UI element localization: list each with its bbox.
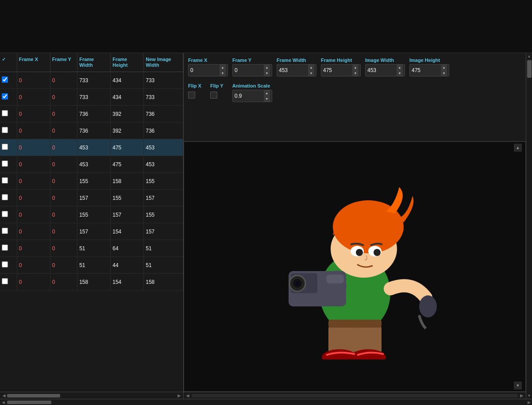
table-row[interactable]: 00733434733 [0,89,183,106]
bottom-scroll-left[interactable]: ◀ [0,399,6,405]
frame-height-up[interactable] [352,65,359,70]
frame-height-input[interactable] [323,67,350,73]
flip-y-checkbox[interactable] [210,92,217,99]
bottom-scroll-right[interactable]: ▶ [526,399,532,405]
row-checkbox[interactable] [2,160,8,167]
scroll-right-arrow[interactable]: ▶ [176,393,182,398]
frame-height-spinners [352,65,359,76]
table-row[interactable]: 00157154157 [0,223,183,240]
row-checkbox-cell[interactable] [0,122,17,139]
frame-x-down[interactable] [220,70,226,76]
flip-x-checkbox[interactable] [188,92,195,99]
table-row[interactable]: 00453475453 [0,156,183,173]
animation-scale-input[interactable] [235,93,261,99]
row-new_image_width: 157 [144,190,183,206]
table-scroll[interactable]: ✓ Frame X Frame Y Frame Width Frame Heig… [0,53,183,392]
v-scroll-up-arrow[interactable]: ▲ [527,54,531,58]
row-checkbox-cell[interactable] [0,223,17,240]
table-row[interactable]: 00736392736 [0,122,183,139]
row-checkbox[interactable] [2,211,8,217]
image-width-up[interactable] [397,65,403,70]
image-width-group: Image Width [365,57,405,76]
h-scroll-thumb[interactable] [7,394,60,397]
table-h-scrollbar[interactable]: ◀ ▶ [0,392,183,399]
animation-scale-up[interactable] [264,90,270,96]
frame-width-input[interactable] [279,67,305,73]
table-row[interactable]: 00736392736 [0,106,183,122]
row-checkbox-cell[interactable] [0,72,17,89]
table-row[interactable]: 00733434733 [0,72,183,89]
table-row[interactable]: 00157155157 [0,190,183,206]
scroll-left-arrow[interactable]: ◀ [1,393,7,398]
frame-y-input[interactable] [235,67,261,73]
row-checkbox[interactable] [2,76,8,83]
sprite-table: ✓ Frame X Frame Y Frame Width Frame Heig… [0,53,183,290]
animation-scale-down[interactable] [264,96,270,102]
animation-scale-group: Animation Scale [232,83,272,102]
frame-y-up[interactable] [264,65,270,70]
row-frame_x: 0 [17,223,50,240]
preview-scroll-left[interactable]: ◀ [185,393,191,398]
v-scroll-thumb[interactable] [527,60,532,78]
preview-scroll-right[interactable]: ▶ [519,393,525,398]
frame-height-label: Frame Height [321,57,361,63]
row-checkbox[interactable] [2,228,8,234]
frame-width-label: Frame Width [277,57,316,63]
row-frame_width: 736 [77,106,111,122]
row-checkbox[interactable] [2,194,8,200]
row-checkbox[interactable] [2,127,8,133]
row-frame_y: 0 [50,106,77,122]
row-checkbox[interactable] [2,93,8,99]
row-checkbox-cell[interactable] [0,106,17,122]
row-checkbox-cell[interactable] [0,173,17,190]
svg-point-5 [356,249,363,256]
row-checkbox[interactable] [2,278,8,284]
image-width-down[interactable] [397,70,403,76]
row-checkbox[interactable] [2,144,8,150]
col-header-frame-height: Frame Height [111,53,144,72]
frame-y-label: Frame Y [232,57,272,63]
image-width-input[interactable] [367,67,394,73]
bottom-h-thumb[interactable] [7,401,51,404]
table-row[interactable]: 00514451 [0,257,183,274]
frame-width-down[interactable] [308,70,314,76]
frame-y-down[interactable] [264,70,270,76]
row-new_image_width: 155 [144,173,183,190]
row-checkbox-cell[interactable] [0,139,17,156]
row-checkbox[interactable] [2,261,8,267]
row-checkbox[interactable] [2,177,8,183]
row-checkbox-cell[interactable] [0,257,17,274]
table-row[interactable]: 00158154158 [0,274,183,290]
image-height-down[interactable] [441,70,447,76]
table-row[interactable]: 00516451 [0,240,183,257]
main-v-scrollbar[interactable]: ▲ ▼ [526,53,532,399]
row-checkbox[interactable] [2,110,8,116]
row-frame_x: 0 [17,190,50,206]
row-frame_width: 157 [77,190,111,206]
image-width-spinners [397,65,403,76]
row-checkbox-cell[interactable] [0,240,17,257]
row-checkbox[interactable] [2,245,8,251]
top-area [0,0,532,53]
table-row[interactable]: 00453475453 [0,139,183,156]
row-frame_y: 0 [50,240,77,257]
row-checkbox-cell[interactable] [0,190,17,206]
row-frame_width: 158 [77,274,111,290]
frame-width-up[interactable] [308,65,314,70]
preview-scroll-down[interactable]: ▼ [514,382,522,390]
row-checkbox-cell[interactable] [0,274,17,290]
row-checkbox-cell[interactable] [0,156,17,173]
preview-h-scrollbar[interactable]: ◀ ▶ [184,392,526,399]
frame-x-up[interactable] [220,65,226,70]
row-checkbox-cell[interactable] [0,89,17,106]
preview-scroll-up[interactable]: ▲ [514,144,522,152]
v-scroll-down-arrow[interactable]: ▼ [527,394,531,398]
frame-height-down[interactable] [352,70,359,76]
frame-x-label: Frame X [188,57,228,63]
image-height-up[interactable] [441,65,447,70]
table-row[interactable]: 00155158155 [0,173,183,190]
image-height-input[interactable] [412,67,438,73]
frame-x-input[interactable] [190,67,217,73]
table-row[interactable]: 00155157155 [0,206,183,223]
row-checkbox-cell[interactable] [0,206,17,223]
